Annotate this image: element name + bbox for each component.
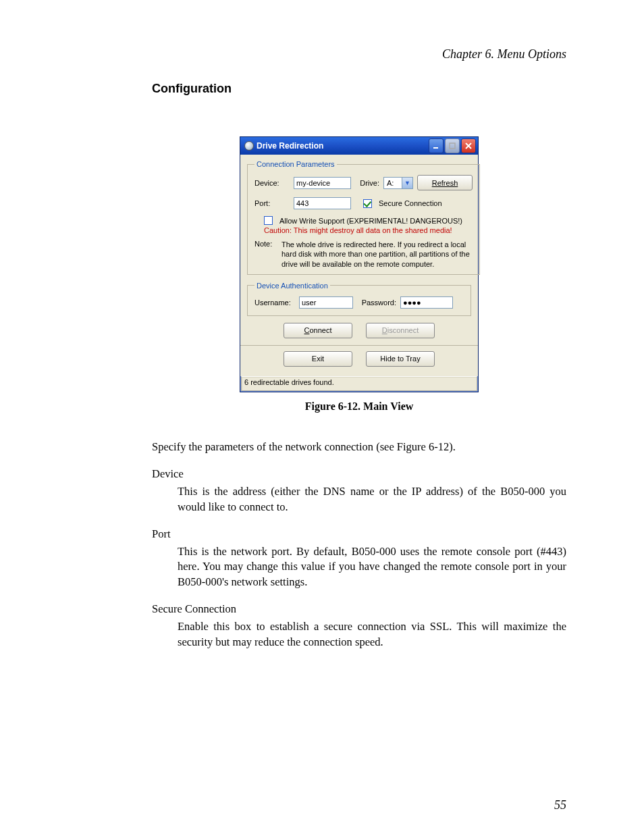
device-label: Device: bbox=[254, 179, 290, 187]
svg-rect-1 bbox=[450, 143, 455, 149]
page-number: 55 bbox=[152, 798, 566, 812]
svg-rect-0 bbox=[433, 147, 438, 149]
maximize-icon[interactable] bbox=[445, 138, 460, 153]
port-label: Port: bbox=[254, 199, 290, 207]
figure-caption: Figure 6-12. Main View bbox=[305, 400, 414, 413]
drive-label: Drive: bbox=[355, 179, 379, 187]
port-definition: This is the network port. By default, B0… bbox=[178, 544, 566, 590]
refresh-button[interactable]: Refresh bbox=[417, 175, 473, 190]
port-input[interactable] bbox=[294, 197, 351, 209]
window-title: Drive Redirection bbox=[257, 141, 323, 151]
secure-connection-label: Secure Connection bbox=[379, 199, 442, 207]
section-title: Configuration bbox=[152, 82, 566, 96]
drive-select[interactable]: A: ▼ bbox=[383, 177, 413, 189]
secure-definition: Enable this box to establish a secure co… bbox=[178, 619, 566, 650]
password-label: Password: bbox=[357, 298, 396, 307]
device-input[interactable] bbox=[294, 177, 351, 189]
allow-write-label: Allow Write Support (EXPERIMENTAL! DANGE… bbox=[279, 217, 462, 225]
connection-legend: Connection Parameters bbox=[254, 160, 337, 168]
chapter-header: Chapter 6. Menu Options bbox=[152, 47, 566, 61]
caution-text: Caution: This might destroy all data on … bbox=[264, 226, 473, 234]
note-label: Note: bbox=[254, 240, 277, 269]
drive-redirection-window: Drive Redirection Connection Param bbox=[240, 136, 479, 392]
titlebar[interactable]: Drive Redirection bbox=[240, 137, 478, 155]
secure-term: Secure Connection bbox=[152, 602, 566, 617]
drive-value: A: bbox=[384, 179, 402, 187]
allow-write-checkbox[interactable] bbox=[264, 216, 273, 225]
exit-button[interactable]: Exit bbox=[284, 351, 352, 367]
secure-connection-checkbox[interactable] bbox=[363, 199, 372, 208]
connection-parameters-group: Connection Parameters Device: Drive: A: … bbox=[247, 160, 480, 275]
port-term: Port bbox=[152, 527, 566, 542]
app-icon bbox=[244, 141, 254, 151]
disconnect-button[interactable]: Disconnect bbox=[366, 323, 435, 338]
intro-paragraph: Specify the parameters of the network co… bbox=[152, 440, 566, 454]
password-input[interactable] bbox=[400, 296, 453, 309]
username-input[interactable] bbox=[299, 296, 353, 309]
auth-legend: Device Authentication bbox=[254, 282, 330, 290]
device-definition: This is the address (either the DNS name… bbox=[178, 484, 566, 515]
hide-to-tray-button[interactable]: Hide to Tray bbox=[366, 351, 435, 367]
connect-button[interactable]: Connect bbox=[284, 323, 352, 338]
username-label: Username: bbox=[254, 298, 295, 307]
minimize-icon[interactable] bbox=[429, 138, 444, 153]
note-text: The whole drive is redirected here. If y… bbox=[281, 240, 473, 269]
status-bar: 6 redirectable drives found. bbox=[241, 376, 477, 391]
device-term: Device bbox=[152, 467, 566, 481]
chevron-down-icon: ▼ bbox=[402, 178, 412, 188]
device-authentication-group: Device Authentication Username: Password… bbox=[247, 282, 471, 316]
close-icon[interactable] bbox=[461, 138, 476, 153]
